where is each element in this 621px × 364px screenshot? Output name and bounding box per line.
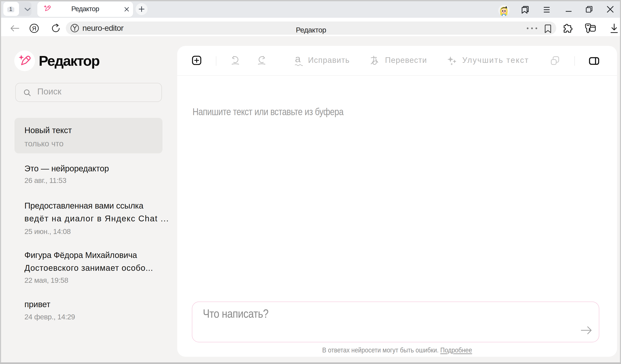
svg-text:1: 1	[9, 6, 12, 12]
svg-text:Я: Я	[32, 25, 36, 32]
